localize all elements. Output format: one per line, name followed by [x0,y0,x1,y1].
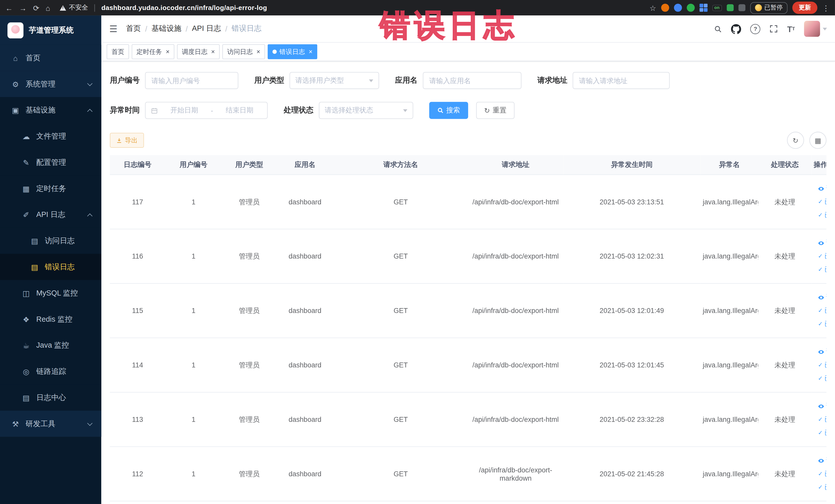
sidebar: 芋道管理系统 ⌂ 首页 ⚙ 系统管理 [0,15,101,504]
sidebar-item[interactable]: ▦ 定时任务 [0,175,101,202]
detail-link[interactable]: 详细 [818,345,826,358]
sidebar-item[interactable]: ✐ API 日志 [0,202,101,228]
processed-link[interactable]: ✓ 已处理 [818,413,826,426]
processed-link[interactable]: ✓ 已处理 [818,249,826,263]
sidebar-item[interactable]: ◫ MySQL 监控 [0,280,101,306]
breadcrumb-link[interactable]: API 日志 [192,24,221,33]
user-type-cell: 管理员 [222,338,277,392]
tab-close-icon[interactable]: × [211,48,215,55]
sidebar-item[interactable]: ◎ 链路追踪 [0,358,101,385]
help-icon[interactable]: ? [750,24,760,34]
address-url[interactable]: dashboard.yudao.iocoder.cn/infra/log/api… [101,4,267,12]
search-icon[interactable] [714,25,722,33]
sidebar-item[interactable]: ▤ 日志中心 [0,385,101,411]
back-icon[interactable]: ← [5,4,13,12]
browser-menu-icon[interactable]: ⋮ [822,4,830,12]
tab-close-icon[interactable]: × [309,48,313,55]
reload-icon[interactable]: ⟳ [33,4,39,12]
tab[interactable]: 首页 × [106,44,129,59]
forward-icon[interactable]: → [19,4,27,12]
tab[interactable]: 错误日志 × [268,44,317,59]
sidebar-item[interactable]: ☁ 文件管理 [0,123,101,149]
tab-close-icon[interactable]: × [166,48,170,55]
ignored-link[interactable]: ✓ 已忽略 [818,263,826,276]
extension-blue-icon[interactable] [674,4,682,12]
sidebar-item[interactable]: ⚙ 系统管理 [0,71,101,97]
menu-icon: ▤ [30,237,39,245]
detail-link[interactable]: 详细 [818,291,826,304]
tab[interactable]: 定时任务 × [132,44,174,59]
extension-grid-icon[interactable] [699,4,708,12]
date-range-picker[interactable]: 开始日期 - 结束日期 [145,102,268,119]
actions-cell: 详细 ✓ 已处理 ✓ 已忽略 [811,175,826,229]
reset-button[interactable]: ↻ 重置 [476,102,514,119]
tab[interactable]: 访问日志 × [222,44,265,59]
logo-row[interactable]: 芋道管理系统 [0,15,101,45]
user-menu[interactable] [804,21,827,37]
paused-badge[interactable]: 已暂停 [750,2,788,14]
detail-link[interactable]: 详细 [818,182,826,195]
detail-link[interactable]: 详细 [818,454,826,467]
ignored-link[interactable]: ✓ 已忽略 [818,426,826,440]
hamburger-icon[interactable]: ☰ [109,23,118,35]
extension-leaf-icon[interactable] [727,4,733,11]
user-type-select[interactable]: 请选择用户类型 [289,72,379,89]
menu-label: 错误日志 [45,262,75,271]
actions-cell: 详细 ✓ 已处理 ✓ 已忽略 [811,229,826,283]
ignored-link[interactable]: ✓ 已忽略 [818,208,826,222]
warning-icon [60,5,66,11]
processed-link[interactable]: ✓ 已处理 [818,358,826,372]
request-url-input[interactable] [573,72,670,89]
menu-icon: ⌂ [11,54,20,62]
font-size-icon[interactable]: TT [787,24,795,33]
refresh-table-button[interactable]: ↻ [787,132,804,149]
check-icon: ✓ [818,467,823,481]
sidebar-item[interactable]: ✎ 配置管理 [0,149,101,176]
sidebar-item[interactable]: ▤ 访问日志 [0,228,101,254]
breadcrumb-link[interactable]: 首页 [126,24,141,33]
table-row: 112 1 管理员 dashboard GET /api/infra/db-do… [110,447,827,501]
export-button[interactable]: 导出 [110,133,144,148]
site-security[interactable]: 不安全 [60,3,88,12]
breadcrumb-link[interactable]: 基础设施 [151,24,181,33]
column-header: 操作 [811,155,826,175]
extension-green-icon[interactable] [687,4,695,12]
detail-link[interactable]: 详细 [818,236,826,249]
search-button[interactable]: 搜索 [429,102,468,119]
sidebar-item[interactable]: ⚒ 研发工具 [0,410,101,437]
home-icon[interactable]: ⌂ [46,4,50,12]
columns-button[interactable]: ▦ [809,132,826,149]
ignored-link[interactable]: ✓ 已忽略 [818,372,826,385]
extension-on-badge[interactable]: on [712,5,722,11]
extensions-puzzle-icon[interactable] [738,4,745,11]
sidebar-item[interactable]: ▣ 基础设施 [0,97,101,123]
sidebar-item[interactable]: ☕ Java 监控 [0,332,101,358]
chevron-up-icon [87,108,93,114]
menu-label: 配置管理 [36,158,66,167]
sidebar-item[interactable]: ⌂ 首页 [0,45,101,71]
sidebar-item[interactable]: ❖ Redis 监控 [0,306,101,332]
processed-link[interactable]: ✓ 已处理 [818,304,826,317]
processed-link[interactable]: ✓ 已处理 [818,195,826,208]
detail-link[interactable]: 详细 [818,400,826,413]
processed-link[interactable]: ✓ 已处理 [818,467,826,481]
user-id-input[interactable] [145,72,239,89]
fullscreen-icon[interactable] [770,25,778,33]
actions-cell: 详细 ✓ 已处理 ✓ 已忽略 [811,392,826,447]
tab[interactable]: 调度日志 × [177,44,220,59]
github-icon[interactable] [731,24,741,34]
extension-orange-icon[interactable] [661,4,669,12]
app-cell: dashboard [277,338,333,392]
url-cell: /api/infra/db-doc/export-html [468,283,563,338]
ignored-link[interactable]: ✓ 已忽略 [818,481,826,494]
ignored-link[interactable]: ✓ 已忽略 [818,317,826,331]
app-name-input[interactable] [423,72,521,89]
sidebar-item[interactable]: ▤ 错误日志 [0,254,101,280]
process-status-select[interactable]: 请选择处理状态 [319,102,413,119]
column-header: 用户类型 [222,155,277,175]
bookmark-star-icon[interactable]: ☆ [649,4,656,12]
breadcrumb-link[interactable]: 错误日志 [231,24,261,33]
tab-close-icon[interactable]: × [257,48,260,55]
update-button[interactable]: 更新 [792,2,817,14]
avatar[interactable] [804,21,820,37]
